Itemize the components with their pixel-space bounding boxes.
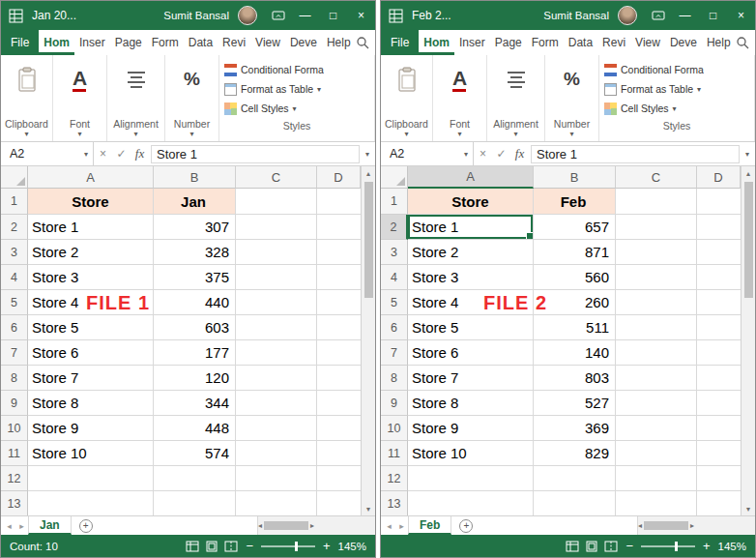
tab-data[interactable]: Data — [184, 30, 218, 55]
enter-icon[interactable]: ✓ — [112, 147, 131, 161]
row-header[interactable]: 13 — [1, 491, 28, 515]
empty-cell[interactable] — [317, 290, 361, 315]
scrollbar-thumb[interactable] — [644, 521, 688, 530]
empty-cell[interactable] — [317, 416, 361, 441]
new-sheet-button[interactable]: + — [459, 519, 473, 533]
scroll-right-icon[interactable]: ▸ — [310, 519, 314, 533]
empty-cell[interactable] — [697, 215, 741, 240]
select-all-button[interactable] — [381, 166, 408, 189]
enter-icon[interactable]: ✓ — [492, 147, 510, 161]
ribbon-display-options-icon[interactable] — [266, 10, 291, 21]
zoom-out-button[interactable]: − — [625, 539, 633, 553]
row-header[interactable]: 13 — [381, 491, 408, 515]
row-header[interactable]: 3 — [1, 240, 28, 265]
close-button[interactable]: × — [347, 1, 375, 30]
conditional-formatting-button[interactable]: Conditional Forma — [221, 60, 372, 79]
vertical-scrollbar[interactable]: ▴ ▾ — [361, 166, 375, 515]
empty-cell[interactable] — [236, 240, 317, 265]
tab-formulas[interactable]: Form — [527, 30, 564, 55]
row-header[interactable]: 9 — [1, 391, 28, 416]
tab-file[interactable]: File — [381, 30, 419, 55]
value-cell[interactable]: 803 — [534, 366, 616, 391]
value-cell[interactable]: 603 — [154, 315, 236, 340]
cancel-icon[interactable]: × — [94, 147, 112, 161]
scroll-down-icon[interactable]: ▾ — [746, 502, 750, 515]
tab-insert[interactable]: Inser — [454, 30, 490, 55]
row-header[interactable]: 6 — [1, 315, 28, 340]
empty-cell[interactable] — [616, 215, 697, 240]
row-header[interactable]: 4 — [1, 265, 28, 290]
alignment-group-button[interactable]: Alignment ▾ — [487, 55, 545, 141]
empty-cell[interactable] — [697, 265, 741, 290]
vertical-scrollbar[interactable]: ▴ ▾ — [741, 166, 755, 515]
tab-help[interactable]: Help — [702, 30, 736, 55]
scroll-up-icon[interactable]: ▴ — [746, 166, 750, 180]
store-cell[interactable]: Store 2 — [28, 240, 154, 265]
row-header[interactable]: 3 — [381, 240, 408, 265]
avatar[interactable] — [238, 6, 257, 25]
store-cell[interactable]: Store 6 — [408, 340, 534, 366]
column-header-d[interactable]: D — [697, 166, 741, 189]
empty-cell[interactable] — [616, 441, 697, 466]
cell-a1[interactable]: Store — [408, 189, 534, 215]
store-cell[interactable]: Store 3 — [28, 265, 154, 290]
column-header-d[interactable]: D — [317, 166, 361, 189]
row-header[interactable]: 9 — [381, 391, 408, 416]
value-cell[interactable]: 657 — [534, 215, 616, 240]
value-cell[interactable]: 511 — [534, 315, 616, 340]
page-break-view-icon[interactable] — [604, 541, 618, 552]
empty-cell[interactable] — [697, 366, 741, 391]
store-cell[interactable]: Store 10 — [408, 441, 534, 466]
empty-cell[interactable] — [697, 391, 741, 416]
tab-file[interactable]: File — [1, 30, 39, 55]
alignment-group-button[interactable]: Alignment ▾ — [107, 55, 165, 141]
name-box[interactable]: A2 ▾ — [381, 142, 474, 165]
scroll-right-icon[interactable]: ▸ — [690, 519, 694, 533]
tab-data[interactable]: Data — [564, 30, 597, 55]
clipboard-group-button[interactable]: Clipboard ▾ — [381, 55, 433, 141]
formula-input[interactable]: Store 1 — [151, 145, 360, 163]
normal-view-icon[interactable] — [186, 541, 199, 552]
horizontal-scrollbar[interactable]: ◂ ▸ — [257, 516, 375, 535]
sheet-nav-right-icon[interactable]: ▸ — [395, 521, 408, 531]
row-header[interactable]: 12 — [381, 466, 408, 491]
store-cell[interactable]: Store 9 — [408, 416, 534, 441]
store-cell[interactable]: Store 8 — [28, 391, 154, 416]
store-cell[interactable]: Store 10 — [28, 441, 154, 466]
empty-cell[interactable] — [236, 315, 317, 340]
scroll-left-icon[interactable]: ◂ — [258, 519, 262, 533]
column-header-b[interactable]: B — [534, 166, 616, 189]
empty-cell[interactable] — [236, 441, 317, 466]
insert-function-icon[interactable]: fx — [510, 146, 529, 162]
formula-input[interactable]: Store 1 — [531, 145, 740, 163]
value-cell[interactable]: 527 — [534, 391, 616, 416]
value-cell[interactable]: 140 — [534, 340, 616, 366]
sheet-nav-right-icon[interactable]: ▸ — [15, 521, 28, 531]
empty-cell[interactable] — [317, 240, 361, 265]
page-layout-view-icon[interactable] — [585, 541, 598, 552]
tab-help[interactable]: Help — [322, 30, 356, 55]
format-as-table-button[interactable]: Format as Table ▾ — [221, 79, 372, 99]
empty-cell[interactable] — [317, 340, 361, 366]
empty-cell[interactable] — [616, 416, 697, 441]
row-header[interactable]: 6 — [381, 315, 408, 340]
row-header[interactable]: 2 — [381, 215, 408, 240]
store-cell[interactable]: Store 2 — [408, 240, 534, 265]
tab-page-layout[interactable]: Page — [110, 30, 147, 55]
avatar[interactable] — [618, 6, 637, 25]
horizontal-scrollbar[interactable]: ◂ ▸ — [637, 516, 755, 535]
tab-view[interactable]: View — [630, 30, 665, 55]
row-header[interactable]: 10 — [381, 416, 408, 441]
empty-cell[interactable] — [236, 366, 317, 391]
value-cell[interactable]: 448 — [154, 416, 236, 441]
store-cell[interactable]: Store 7 — [408, 366, 534, 391]
minimize-button[interactable]: — — [291, 1, 319, 30]
zoom-slider-thumb[interactable] — [295, 542, 298, 551]
empty-cell[interactable] — [236, 290, 317, 315]
cancel-icon[interactable]: × — [474, 147, 492, 161]
excel-app-icon[interactable] — [389, 9, 403, 23]
row-header[interactable]: 8 — [381, 366, 408, 391]
clipboard-group-button[interactable]: Clipboard ▾ — [1, 55, 53, 141]
row-header[interactable]: 8 — [1, 366, 28, 391]
value-cell[interactable]: 307 — [154, 215, 236, 240]
